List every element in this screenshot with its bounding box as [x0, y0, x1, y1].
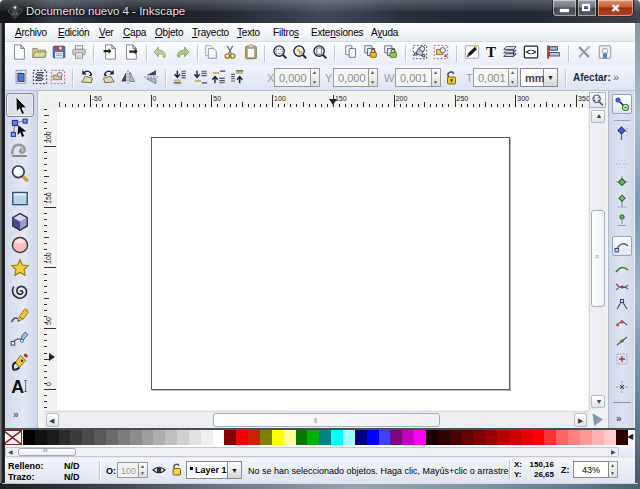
svg-text:T: T: [486, 44, 496, 60]
svg-text:1:1: 1:1: [593, 96, 600, 102]
svg-text:A: A: [11, 377, 24, 396]
svg-text:<>: <>: [526, 47, 536, 57]
